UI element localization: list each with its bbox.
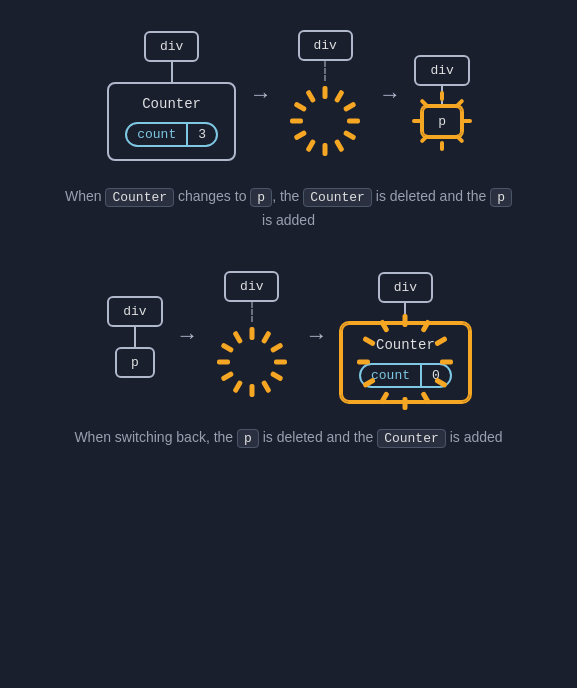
section-2: div p → div xyxy=(0,251,577,470)
svg-rect-43 xyxy=(379,319,390,333)
node-wrapper-3: div p xyxy=(414,55,469,137)
svg-rect-41 xyxy=(357,360,370,365)
svg-rect-11 xyxy=(306,89,317,103)
diagram-row-1: div Counter count 3 → div xyxy=(107,30,470,161)
node-wrapper-5: div xyxy=(212,271,292,402)
svg-rect-10 xyxy=(294,101,308,112)
svg-rect-20 xyxy=(249,327,254,340)
counter-card-1: Counter count 3 xyxy=(107,82,236,161)
svg-rect-5 xyxy=(334,139,345,153)
burst-svg-p xyxy=(392,86,492,156)
svg-rect-36 xyxy=(434,378,448,389)
svg-rect-29 xyxy=(217,360,230,365)
svg-rect-40 xyxy=(363,378,377,389)
svg-rect-32 xyxy=(403,314,408,327)
svg-rect-25 xyxy=(261,380,272,394)
burst-2 xyxy=(212,322,292,402)
burst-svg-counter xyxy=(325,307,485,417)
node-wrapper-4: div p xyxy=(107,296,162,378)
desc1-text-mid2: , the xyxy=(272,188,303,204)
desc2-text-end: is added xyxy=(446,429,503,445)
svg-rect-9 xyxy=(290,119,303,124)
svg-rect-7 xyxy=(306,139,317,153)
svg-rect-38 xyxy=(403,397,408,410)
counter-badge-1: count 3 xyxy=(125,122,218,147)
description-1: When Counter changes to p, the Counter i… xyxy=(65,185,512,231)
connector-4 xyxy=(134,327,136,347)
desc1-tag4: p xyxy=(490,188,512,207)
connector-1 xyxy=(171,62,173,82)
burst-svg-1 xyxy=(285,81,365,161)
desc1-text-end: is added xyxy=(262,212,315,228)
svg-rect-19 xyxy=(419,98,429,108)
svg-rect-1 xyxy=(334,89,345,103)
section-1: div Counter count 3 → div xyxy=(0,0,577,251)
svg-rect-14 xyxy=(462,119,472,123)
desc2-tag1: p xyxy=(237,429,259,448)
svg-rect-15 xyxy=(455,134,465,144)
svg-rect-33 xyxy=(421,319,432,333)
svg-rect-39 xyxy=(379,391,390,405)
svg-rect-35 xyxy=(440,360,453,365)
svg-rect-34 xyxy=(434,336,448,347)
desc1-tag2: p xyxy=(250,188,272,207)
badge-value-1: 3 xyxy=(188,124,216,145)
svg-rect-23 xyxy=(274,360,287,365)
desc1-text-before: When xyxy=(65,188,105,204)
div-node-6: div xyxy=(378,272,433,303)
div-node-2: div xyxy=(298,30,353,61)
desc1-text-mid3: is deleted and the xyxy=(372,188,490,204)
svg-rect-6 xyxy=(323,143,328,156)
desc2-text-mid: is deleted and the xyxy=(259,429,377,445)
diagram-row-2: div p → div xyxy=(107,271,470,402)
svg-rect-30 xyxy=(220,343,234,354)
node-wrapper-1: div Counter count 3 xyxy=(107,31,236,161)
desc1-tag1: Counter xyxy=(105,188,174,207)
svg-rect-18 xyxy=(412,119,422,123)
desc2-tag2: Counter xyxy=(377,429,446,448)
burst-1 xyxy=(285,81,365,161)
div-node-3: div xyxy=(414,55,469,86)
svg-rect-24 xyxy=(270,371,284,382)
svg-rect-22 xyxy=(270,343,284,354)
desc1-tag3: Counter xyxy=(303,188,372,207)
svg-rect-8 xyxy=(294,130,308,141)
counter-highlighted-wrapper: Counter count 0 xyxy=(341,323,470,402)
div-node-4: div xyxy=(107,296,162,327)
arrow-1: → xyxy=(254,83,267,108)
svg-rect-42 xyxy=(363,336,377,347)
svg-rect-17 xyxy=(419,134,429,144)
counter-title-1: Counter xyxy=(142,96,201,112)
badge-label-1: count xyxy=(127,124,188,145)
svg-rect-31 xyxy=(232,331,243,345)
div-node-5: div xyxy=(224,271,279,302)
node-wrapper-2: div xyxy=(285,30,365,161)
arrow-3: → xyxy=(181,324,194,349)
dashed-connector-1 xyxy=(324,61,326,81)
svg-rect-21 xyxy=(261,331,272,345)
desc2-text-before: When switching back, the xyxy=(74,429,237,445)
svg-rect-13 xyxy=(455,98,465,108)
svg-rect-28 xyxy=(220,371,234,382)
svg-rect-2 xyxy=(343,101,357,112)
div-node-1: div xyxy=(144,31,199,62)
svg-rect-12 xyxy=(440,91,444,101)
p-node-2: p xyxy=(115,347,155,378)
arrow-4: → xyxy=(310,324,323,349)
description-2: When switching back, the p is deleted an… xyxy=(74,426,502,450)
svg-rect-0 xyxy=(323,86,328,99)
svg-rect-4 xyxy=(343,130,357,141)
svg-rect-16 xyxy=(440,141,444,151)
desc1-text-mid1: changes to xyxy=(174,188,250,204)
svg-rect-37 xyxy=(421,391,432,405)
p-node-highlighted-wrapper: p xyxy=(422,106,462,137)
svg-rect-3 xyxy=(347,119,360,124)
burst-svg-2 xyxy=(212,322,292,402)
dashed-connector-2 xyxy=(251,302,253,322)
svg-rect-26 xyxy=(249,384,254,397)
node-wrapper-6: div xyxy=(341,272,470,402)
svg-rect-27 xyxy=(232,380,243,394)
